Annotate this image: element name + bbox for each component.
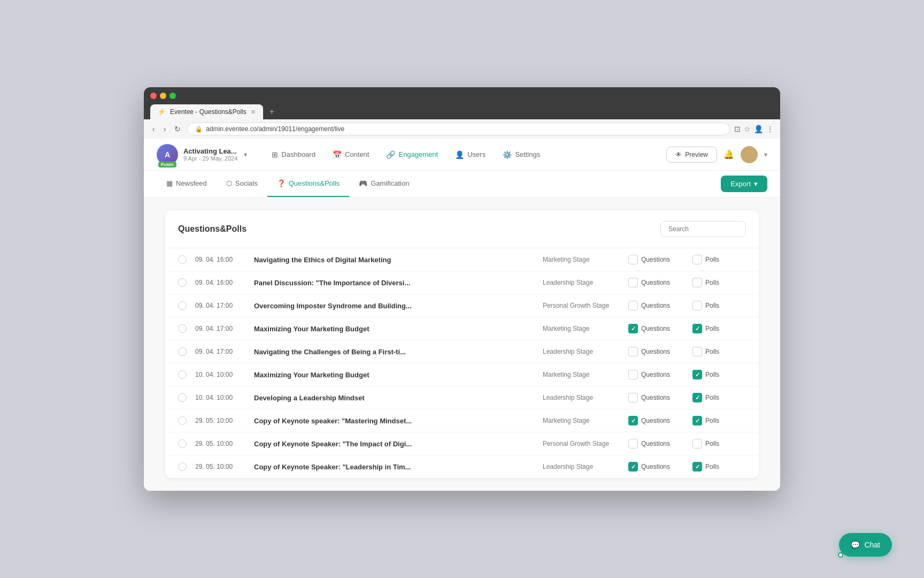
row-questions-col[interactable]: ✓ Questions	[628, 462, 692, 471]
refresh-button[interactable]: ↻	[172, 124, 183, 134]
maximize-button[interactable]	[170, 93, 176, 99]
export-button[interactable]: Export ▾	[721, 176, 767, 192]
nav-item-content[interactable]: 📅 Content	[325, 146, 377, 163]
row-radio[interactable]	[178, 462, 187, 471]
row-polls-col[interactable]: Polls	[692, 439, 746, 448]
row-radio[interactable]	[178, 324, 187, 333]
polls-label: Polls	[705, 371, 719, 378]
row-questions-col[interactable]: Questions	[628, 255, 692, 264]
row-title: Copy of Keynote Speaker: "Leadership in …	[254, 463, 543, 471]
row-radio[interactable]	[178, 278, 187, 287]
row-questions-col[interactable]: ✓ Questions	[628, 416, 692, 425]
polls-checkbox[interactable]	[692, 278, 702, 287]
table-row[interactable]: 09. 04. 16:00 Navigating the Ethics of D…	[165, 248, 759, 271]
nav-item-users[interactable]: 👤 Users	[448, 146, 493, 163]
questions-checkbox[interactable]	[628, 347, 638, 356]
row-radio[interactable]	[178, 439, 187, 448]
row-questions-col[interactable]: Questions	[628, 393, 692, 402]
row-stage: Leadership Stage	[543, 279, 628, 286]
questions-checkbox[interactable]	[628, 301, 638, 310]
questions-checkbox[interactable]: ✓	[628, 324, 638, 333]
polls-checkbox[interactable]: ✓	[692, 416, 702, 425]
cast-icon[interactable]: ⊡	[734, 125, 741, 133]
row-polls-col[interactable]: ✓ Polls	[692, 462, 746, 471]
row-polls-col[interactable]: Polls	[692, 347, 746, 356]
questions-checkbox[interactable]: ✓	[628, 416, 638, 425]
sub-nav-gamification[interactable]: 🎮 Gamification	[349, 171, 419, 197]
row-questions-col[interactable]: Questions	[628, 347, 692, 356]
polls-checkbox[interactable]: ✓	[692, 393, 702, 402]
tab-close-icon[interactable]: ✕	[251, 109, 256, 116]
close-button[interactable]	[150, 93, 157, 99]
polls-checkbox[interactable]: ✓	[692, 462, 702, 471]
polls-checkbox[interactable]: ✓	[692, 370, 702, 379]
browser-tab[interactable]: ⚡ Eventee - Questions&Polls ✕	[150, 104, 263, 119]
row-polls-col[interactable]: Polls	[692, 278, 746, 287]
user-dropdown-icon[interactable]: ▾	[764, 151, 767, 158]
sub-nav-questions-polls[interactable]: ❓ Questions&Polls	[267, 171, 349, 197]
table-row[interactable]: 09. 04. 16:00 Panel Discussion: "The Imp…	[165, 271, 759, 294]
row-questions-col[interactable]: Questions	[628, 439, 692, 448]
row-radio[interactable]	[178, 255, 187, 264]
questions-checkbox[interactable]	[628, 255, 638, 264]
row-polls-col[interactable]: Polls	[692, 301, 746, 310]
nav-item-engagement[interactable]: 🔗 Engagement	[379, 146, 445, 163]
row-stage: Personal Growth Stage	[543, 440, 628, 447]
questions-checkbox[interactable]: ✓	[628, 462, 638, 471]
row-radio-col	[178, 462, 195, 471]
engagement-icon: 🔗	[386, 150, 395, 159]
brand-dropdown-icon[interactable]: ▾	[244, 151, 247, 158]
chat-fab[interactable]: 💬 Chat	[839, 533, 892, 557]
eye-icon: 👁	[675, 151, 682, 158]
sub-nav-newsfeed[interactable]: ▦ Newsfeed	[157, 171, 217, 197]
table-row[interactable]: 29. 05. 10:00 Copy of Keynote Speaker: "…	[165, 455, 759, 478]
notification-icon[interactable]: 🔔	[723, 149, 734, 159]
minimize-button[interactable]	[160, 93, 166, 99]
user-avatar[interactable]	[741, 146, 758, 163]
row-polls-col[interactable]: ✓ Polls	[692, 393, 746, 402]
back-button[interactable]: ‹	[150, 124, 157, 134]
questions-checkbox[interactable]	[628, 278, 638, 287]
search-input[interactable]	[660, 221, 746, 237]
table-row[interactable]: 09. 04. 17:00 Navigating the Challenges …	[165, 340, 759, 363]
row-radio[interactable]	[178, 416, 187, 425]
questions-checkbox[interactable]	[628, 370, 638, 379]
row-radio[interactable]	[178, 393, 187, 402]
row-questions-col[interactable]: Questions	[628, 370, 692, 379]
row-polls-col[interactable]: Polls	[692, 255, 746, 264]
polls-checkbox[interactable]	[692, 347, 702, 356]
sub-nav-socials[interactable]: ⬡ Socials	[217, 171, 267, 197]
questions-checkbox[interactable]	[628, 393, 638, 402]
nav-item-dashboard[interactable]: ⊞ Dashboard	[264, 146, 323, 163]
polls-checkbox[interactable]	[692, 439, 702, 448]
table-row[interactable]: 29. 05. 10:00 Copy of Keynote Speaker: "…	[165, 432, 759, 455]
table-row[interactable]: 09. 04. 17:00 Overcoming Imposter Syndro…	[165, 294, 759, 317]
nav-item-settings[interactable]: ⚙️ Settings	[495, 146, 548, 163]
row-polls-col[interactable]: ✓ Polls	[692, 324, 746, 333]
forward-button[interactable]: ›	[161, 124, 168, 134]
table-row[interactable]: 10. 04. 10:00 Maximizing Your Marketing …	[165, 363, 759, 386]
profile-icon[interactable]: 👤	[754, 125, 763, 133]
table-row[interactable]: 29. 05. 10:00 Copy of Keynote speaker: "…	[165, 409, 759, 432]
polls-checkbox[interactable]: ✓	[692, 324, 702, 333]
row-polls-col[interactable]: ✓ Polls	[692, 370, 746, 379]
questions-polls-label: Questions&Polls	[289, 179, 340, 187]
polls-checkbox[interactable]	[692, 255, 702, 264]
row-questions-col[interactable]: Questions	[628, 278, 692, 287]
row-radio[interactable]	[178, 347, 187, 356]
row-radio[interactable]	[178, 370, 187, 379]
row-questions-col[interactable]: ✓ Questions	[628, 324, 692, 333]
address-bar[interactable]: 🔒 admin.eventee.co/admin/19011/engagemen…	[187, 123, 730, 135]
table-row[interactable]: 10. 04. 10:00 Developing a Leadership Mi…	[165, 386, 759, 409]
row-questions-col[interactable]: Questions	[628, 301, 692, 310]
row-radio[interactable]	[178, 301, 187, 310]
menu-icon[interactable]: ⋮	[766, 125, 774, 133]
preview-button[interactable]: 👁 Preview	[666, 147, 717, 163]
questions-checkbox[interactable]	[628, 439, 638, 448]
polls-checkbox[interactable]	[692, 301, 702, 310]
row-polls-col[interactable]: ✓ Polls	[692, 416, 746, 425]
polls-label: Polls	[705, 440, 719, 447]
table-row[interactable]: 09. 04. 17:00 Maximizing Your Marketing …	[165, 317, 759, 340]
bookmark-icon[interactable]: ☆	[744, 125, 751, 133]
new-tab-button[interactable]: +	[265, 105, 279, 119]
